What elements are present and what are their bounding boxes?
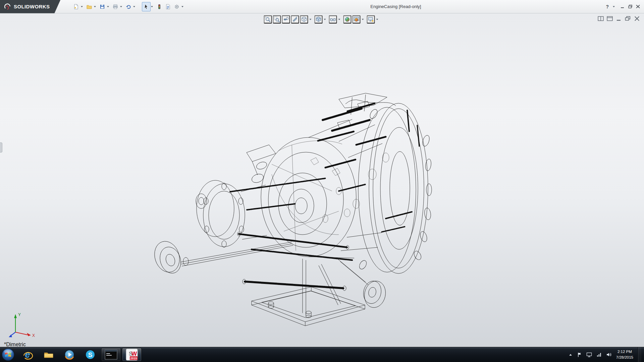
skype-letter: S <box>88 351 93 358</box>
menu-bar: SOLIDWORKS <box>0 0 644 13</box>
clock-time: 2:12 PM <box>616 349 633 355</box>
save-button[interactable] <box>98 2 107 11</box>
options-button[interactable] <box>172 2 181 11</box>
triad-y-label: Y <box>18 312 21 317</box>
start-button[interactable] <box>1 347 15 362</box>
display-style-dropdown[interactable] <box>324 19 326 20</box>
view-settings-icon <box>368 16 374 22</box>
print-button[interactable] <box>111 2 120 11</box>
undo-button[interactable] <box>124 2 133 11</box>
taskbar-command-prompt[interactable] <box>101 348 121 361</box>
new-document-dropdown[interactable] <box>81 6 83 7</box>
volume-icon[interactable] <box>606 352 612 357</box>
view-orientation-dropdown[interactable] <box>310 19 312 20</box>
zoom-to-area-button[interactable] <box>273 15 281 23</box>
ds-logo-icon <box>4 3 11 10</box>
options-dropdown[interactable] <box>181 6 183 7</box>
previous-view-icon <box>283 16 289 22</box>
zoom-to-fit-icon <box>265 16 271 22</box>
left-pane-handle[interactable] <box>0 142 2 153</box>
print-icon <box>113 4 118 9</box>
view-orientation-label: *Dimetric <box>4 342 26 347</box>
document-window-controls <box>598 16 640 21</box>
document-restore-button[interactable] <box>625 16 631 21</box>
help-button[interactable]: ? <box>606 4 609 9</box>
apply-scene-dropdown[interactable] <box>362 19 364 20</box>
graphics-area[interactable]: Y X *Dimetric <box>0 13 644 347</box>
minimize-button[interactable] <box>621 5 625 8</box>
file-properties-icon <box>165 4 171 9</box>
select-button[interactable] <box>142 2 151 11</box>
print-dropdown[interactable] <box>120 6 122 7</box>
system-tray: 2:12 PM 7/28/2015 <box>568 347 644 362</box>
sw-year-badge: 2015 <box>130 357 137 360</box>
view-settings-dropdown[interactable] <box>376 19 378 20</box>
brand-text: SOLIDWORKS <box>14 4 50 9</box>
hide-show-items-button[interactable] <box>329 15 337 23</box>
rebuild-icon <box>157 4 162 9</box>
document-close-button[interactable] <box>634 16 640 21</box>
hidden-icons-chevron[interactable] <box>568 353 573 357</box>
hide-show-glasses-icon <box>330 16 336 22</box>
apply-scene-button[interactable] <box>353 15 361 23</box>
solidworks-icon: S W 2015 <box>126 349 138 361</box>
solidworks-window: SOLIDWORKS <box>0 0 644 362</box>
new-document-button[interactable] <box>72 2 80 11</box>
section-view-button[interactable] <box>291 15 299 23</box>
window-title: EngineCasing [Read-only] <box>185 4 606 9</box>
network-icon[interactable] <box>596 352 602 357</box>
orientation-triad: Y X <box>6 311 37 338</box>
taskbar-internet-explorer[interactable]: e <box>18 348 38 361</box>
restore-button[interactable] <box>628 5 632 8</box>
taskbar-windows-explorer[interactable] <box>39 348 58 361</box>
edit-appearance-ball-icon <box>344 16 351 22</box>
main-toolbar <box>72 2 185 11</box>
view-settings-button[interactable] <box>367 15 375 23</box>
save-icon <box>100 4 105 9</box>
taskbar-apps: e <box>18 347 142 362</box>
solidworks-logo: SOLIDWORKS <box>0 0 60 13</box>
display-style-button[interactable] <box>315 15 323 23</box>
media-player-icon <box>64 349 75 360</box>
undo-dropdown[interactable] <box>133 6 135 7</box>
action-center-flag-icon[interactable] <box>577 352 582 357</box>
options-gear-icon <box>174 4 179 9</box>
zoom-to-area-icon <box>274 16 280 22</box>
window-controls: ? <box>606 4 644 9</box>
open-dropdown[interactable] <box>94 6 96 7</box>
command-prompt-icon <box>105 350 117 360</box>
engine-casing-wireframe-model[interactable] <box>151 90 436 328</box>
open-folder-icon <box>87 4 92 9</box>
display-style-cube-icon <box>316 16 322 22</box>
taskbar-windows-media-player[interactable] <box>60 348 79 361</box>
close-button[interactable] <box>636 5 640 8</box>
skype-icon: S <box>85 349 96 360</box>
previous-view-button[interactable] <box>282 15 290 23</box>
file-properties-button[interactable] <box>164 2 172 11</box>
triad-x-label: X <box>32 333 35 338</box>
taskbar-skype[interactable]: S <box>80 348 100 361</box>
full-pane-button[interactable] <box>607 16 613 21</box>
taskbar-clock[interactable]: 2:12 PM 7/28/2015 <box>616 349 633 360</box>
undo-icon <box>126 4 131 9</box>
split-pane-button[interactable] <box>598 16 604 21</box>
windows-orb-icon <box>1 348 15 361</box>
view-orientation-button[interactable] <box>300 15 308 23</box>
document-minimize-button[interactable] <box>616 16 622 21</box>
section-view-icon <box>292 16 298 22</box>
taskbar-solidworks-2015[interactable]: S W 2015 <box>122 348 142 361</box>
open-button[interactable] <box>85 2 94 11</box>
view-orientation-cube-icon <box>301 16 307 22</box>
save-dropdown[interactable] <box>107 6 109 7</box>
edit-appearance-button[interactable] <box>343 15 352 23</box>
display-icon[interactable] <box>586 352 592 357</box>
help-dropdown[interactable] <box>613 6 615 7</box>
show-desktop-button[interactable] <box>638 347 641 362</box>
taskbar: e <box>0 347 644 362</box>
internet-explorer-icon: e <box>22 349 33 360</box>
rebuild-button[interactable] <box>155 2 164 11</box>
zoom-to-fit-button[interactable] <box>264 15 272 23</box>
hide-show-dropdown[interactable] <box>338 19 340 20</box>
headsup-view-toolbar <box>264 15 380 23</box>
select-dropdown[interactable] <box>151 6 153 7</box>
